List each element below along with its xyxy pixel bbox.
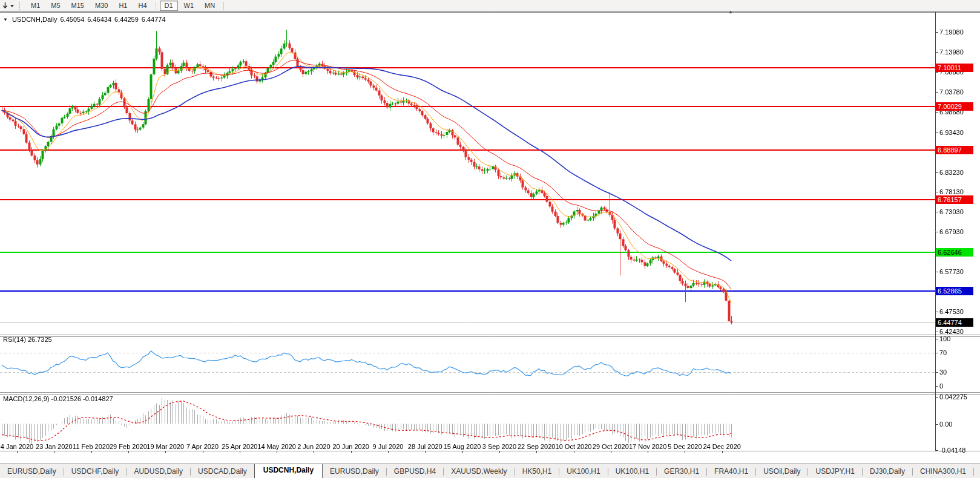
rsi-scale-label: 70 [939,349,947,356]
rsi-scale-label: 0 [939,382,943,390]
price-tick-label: 7.03780 [939,88,964,96]
date-label: 20 Jun 2020 [332,443,369,450]
tab-eurusd-daily[interactable]: EURUSD,Daily [0,465,64,477]
price-tick-label: 6.83230 [939,169,964,176]
chart-window: ▼ USDCNH,Daily 6.45054 6.46434 6.44259 6… [0,12,980,463]
chart-shift-marker-icon[interactable]: ▲ [728,9,733,15]
timeframe-button-mn[interactable]: MN [200,1,220,11]
tab-audusd-daily[interactable]: AUDUSD,Daily [127,465,190,477]
price-tick-label: 6.93430 [939,129,964,136]
macd-scale-label: -0.04148 [939,447,965,454]
timeframe-buttons: M1M5M15M30H1H4D1W1MN [25,1,227,11]
timeframe-button-m1[interactable]: M1 [26,1,45,11]
tab-fra40-h1[interactable]: FRA40,H1 [707,465,755,477]
date-label: 11 Feb 2020 [73,443,110,450]
timeframe-button-d1[interactable]: D1 [160,1,178,11]
ohlc-open: 6.45054 [60,16,84,23]
date-label: 28 Jul 2020 [408,443,442,450]
macd-scale-label: 0.042275 [939,393,967,401]
price-level-badge: 6.52865 [936,287,973,295]
date-label: 14 May 2020 [257,443,296,450]
tab-usdcad-daily[interactable]: USDCAD,Daily [191,465,254,477]
price-level-badge: 6.88897 [936,146,973,154]
date-label: 7 Apr 2020 [186,443,219,450]
toolbar-separator [156,2,156,10]
timeframe-button-m5[interactable]: M5 [46,1,65,11]
price-tick-label: 7.19080 [939,28,964,36]
timeframe-button-h4[interactable]: H4 [133,1,151,11]
date-label: 5 Dec 2020 [668,443,702,450]
tab-uk100-h1[interactable]: UK100,H1 [608,465,656,477]
collapse-icon[interactable]: ▼ [3,17,8,22]
rsi-indicator-label: RSI(14) 26.7325 [3,336,52,343]
date-label: 15 Aug 2020 [444,443,481,450]
date-label: 9 Jul 2020 [373,443,404,450]
ohlc-high: 6.46434 [87,16,111,23]
price-level-badge: 6.62646 [936,248,973,257]
tab-us[interactable]: US [974,465,980,477]
price-tick-label: 6.42430 [939,328,964,335]
tab-eurusd-daily[interactable]: EURUSD,Daily [323,465,386,477]
price-tick-label: 6.78130 [939,188,964,195]
cursor-dropdown-caret-icon[interactable] [10,5,14,7]
price-level-badge: 7.10011 [936,64,973,72]
rsi-scale-label: 30 [939,368,947,376]
tab-usdchf-daily[interactable]: USDCHF,Daily [64,465,127,477]
date-label: 29 Oct 2020 [593,443,629,450]
price-tick-label: 6.73030 [939,208,964,215]
date-label: 25 Apr 2020 [222,443,257,450]
timeframe-toolbar: M1M5M15M30H1H4D1W1MN [0,0,980,12]
cursor-arrow-icon [2,2,8,10]
tab-uk100-h1[interactable]: UK100,H1 [559,465,607,477]
symbol-tab-bar: EURUSD,DailyUSDCHF,DailyAUDUSD,DailyUSDC… [0,463,980,478]
date-label: 29 Feb 2020 [110,443,147,450]
current-price-badge: 6.44774 [936,318,973,327]
timeframe-button-w1[interactable]: W1 [179,1,199,11]
tab-hk50-h1[interactable]: HK50,H1 [515,465,559,477]
price-chart-canvas[interactable] [0,12,980,463]
date-label: 22 Sep 2020 [518,443,555,450]
macd-indicator-label: MACD(12,26,9) -0.021526 -0.014827 [3,395,113,402]
tab-china300-h1[interactable]: CHINA300,H1 [913,465,973,477]
tab-usdcnh-daily[interactable]: USDCNH,Daily [254,463,323,478]
chart-title: ▼ USDCNH,Daily 6.45054 6.46434 6.44259 6… [3,16,166,23]
ohlc-low: 6.44259 [114,16,139,23]
trading-platform-window: M1M5M15M30H1H4D1W1MN ▼ USDCNH,Daily 6.45… [0,0,980,478]
tab-usoil-daily[interactable]: USOil,Daily [756,465,807,477]
date-label: 3 Sep 2020 [482,443,516,450]
date-label: 24 Dec 2020 [703,443,740,450]
price-tick-label: 6.67930 [939,228,964,235]
price-level-badge: 6.76157 [936,195,973,204]
date-label: 17 Nov 2020 [629,443,666,450]
tab-gbpusd-h4[interactable]: GBPUSD,H4 [387,465,443,477]
price-tick-label: 6.47530 [939,308,964,315]
toolbar-separator [223,2,224,10]
date-label: 4 Jan 2020 [1,443,33,450]
rsi-scale-label: 100 [939,335,950,342]
price-level-badge: 7.00029 [936,102,973,111]
tab-dj30-daily[interactable]: DJ30,Daily [863,465,912,477]
price-tick-label: 6.57730 [939,268,964,275]
date-label: 19 Mar 2020 [146,443,184,450]
timeframe-button-m30[interactable]: M30 [90,1,113,11]
date-label: 23 Jan 2020 [36,443,73,450]
date-label: 2 Jun 2020 [297,443,330,450]
price-tick-label: 7.13980 [939,48,964,56]
cursor-tool-button[interactable] [0,0,18,11]
toolbar-drag-handle[interactable] [19,2,22,10]
tab-xauusd-weekly[interactable]: XAUUSD,Weekly [444,465,514,477]
tab-usdjpy-h1[interactable]: USDJPY,H1 [808,465,861,477]
ohlc-close: 6.44774 [142,16,166,23]
timeframe-button-h1[interactable]: H1 [114,1,132,11]
macd-scale-label: 0.00 [939,421,952,428]
timeframe-button-m15[interactable]: M15 [67,1,89,11]
tab-ger30-h1[interactable]: GER30,H1 [657,465,706,477]
date-label: 10 Oct 2020 [556,443,592,450]
symbol-tabs: EURUSD,DailyUSDCHF,DailyAUDUSD,DailyUSDC… [0,465,980,478]
chart-symbol-period: USDCNH,Daily [12,16,58,23]
